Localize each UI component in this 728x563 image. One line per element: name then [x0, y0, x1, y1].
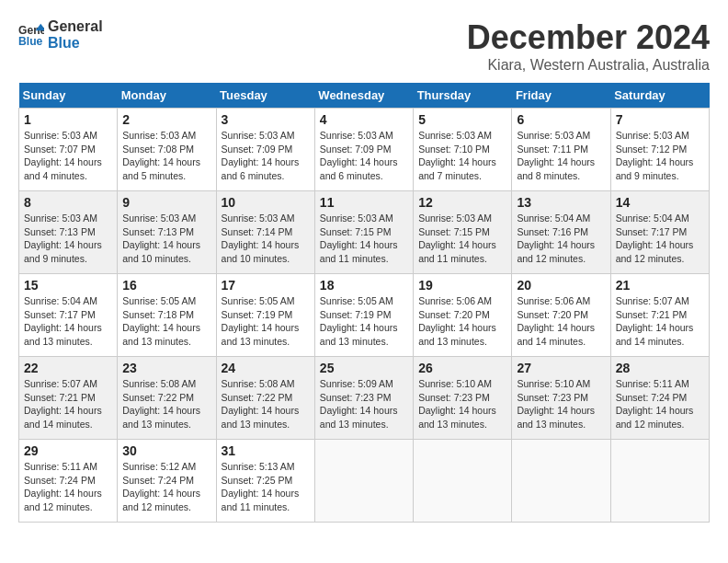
- weekday-header-saturday: Saturday: [610, 83, 709, 109]
- day-cell-26: 26 Sunrise: 5:10 AM Sunset: 7:23 PM Dayl…: [414, 357, 512, 440]
- day-info: Sunrise: 5:03 AM Sunset: 7:10 PM Dayligh…: [418, 129, 506, 183]
- day-number: 29: [24, 443, 112, 458]
- day-number: 31: [222, 443, 310, 458]
- day-cell-15: 15 Sunrise: 5:04 AM Sunset: 7:17 PM Dayl…: [19, 274, 118, 357]
- day-info: Sunrise: 5:03 AM Sunset: 7:13 PM Dayligh…: [122, 212, 210, 266]
- day-number: 20: [517, 278, 605, 293]
- page-header: General Blue General Blue December 2024 …: [18, 18, 710, 74]
- day-cell-20: 20 Sunrise: 5:06 AM Sunset: 7:20 PM Dayl…: [512, 274, 610, 357]
- day-number: 9: [122, 195, 210, 210]
- weekday-header-sunday: Sunday: [19, 83, 118, 109]
- day-cell-4: 4 Sunrise: 5:03 AM Sunset: 7:09 PM Dayli…: [314, 109, 413, 191]
- day-cell-12: 12 Sunrise: 5:03 AM Sunset: 7:15 PM Dayl…: [414, 191, 512, 274]
- day-cell-28: 28 Sunrise: 5:11 AM Sunset: 7:24 PM Dayl…: [610, 357, 709, 440]
- week-row-3: 15 Sunrise: 5:04 AM Sunset: 7:17 PM Dayl…: [19, 274, 710, 357]
- day-number: 7: [616, 112, 704, 127]
- day-cell-18: 18 Sunrise: 5:05 AM Sunset: 7:19 PM Dayl…: [314, 274, 413, 357]
- day-cell-25: 25 Sunrise: 5:09 AM Sunset: 7:23 PM Dayl…: [314, 357, 413, 440]
- day-info: Sunrise: 5:10 AM Sunset: 7:23 PM Dayligh…: [418, 377, 506, 431]
- day-cell-29: 29 Sunrise: 5:11 AM Sunset: 7:24 PM Dayl…: [19, 440, 118, 523]
- weekday-header-tuesday: Tuesday: [216, 83, 314, 109]
- svg-text:Blue: Blue: [18, 35, 43, 48]
- day-number: 5: [418, 112, 506, 127]
- day-number: 16: [122, 278, 210, 293]
- day-cell-7: 7 Sunrise: 5:03 AM Sunset: 7:12 PM Dayli…: [610, 109, 709, 191]
- day-cell-27: 27 Sunrise: 5:10 AM Sunset: 7:23 PM Dayl…: [512, 357, 610, 440]
- day-info: Sunrise: 5:07 AM Sunset: 7:21 PM Dayligh…: [24, 377, 112, 431]
- day-cell-3: 3 Sunrise: 5:03 AM Sunset: 7:09 PM Dayli…: [216, 109, 314, 191]
- day-info: Sunrise: 5:06 AM Sunset: 7:20 PM Dayligh…: [418, 294, 506, 349]
- logo: General Blue General Blue: [18, 18, 103, 51]
- empty-cell: [610, 440, 709, 523]
- week-row-5: 29 Sunrise: 5:11 AM Sunset: 7:24 PM Dayl…: [19, 440, 710, 523]
- weekday-header-row: SundayMondayTuesdayWednesdayThursdayFrid…: [19, 83, 710, 109]
- day-number: 13: [517, 195, 605, 210]
- day-info: Sunrise: 5:03 AM Sunset: 7:13 PM Dayligh…: [24, 212, 112, 266]
- day-number: 23: [122, 361, 210, 375]
- day-cell-23: 23 Sunrise: 5:08 AM Sunset: 7:22 PM Dayl…: [118, 357, 216, 440]
- day-number: 27: [517, 361, 605, 375]
- logo-general: General: [48, 18, 103, 35]
- day-number: 12: [418, 195, 506, 210]
- day-info: Sunrise: 5:04 AM Sunset: 7:17 PM Dayligh…: [616, 212, 704, 266]
- day-info: Sunrise: 5:03 AM Sunset: 7:11 PM Dayligh…: [517, 129, 605, 183]
- day-number: 17: [222, 278, 310, 293]
- day-cell-14: 14 Sunrise: 5:04 AM Sunset: 7:17 PM Dayl…: [610, 191, 709, 274]
- empty-cell: [414, 440, 512, 523]
- day-cell-5: 5 Sunrise: 5:03 AM Sunset: 7:10 PM Dayli…: [414, 109, 512, 191]
- day-number: 11: [320, 195, 408, 210]
- location-title: Kiara, Western Australia, Australia: [467, 57, 710, 74]
- day-info: Sunrise: 5:07 AM Sunset: 7:21 PM Dayligh…: [616, 294, 704, 349]
- day-cell-10: 10 Sunrise: 5:03 AM Sunset: 7:14 PM Dayl…: [216, 191, 314, 274]
- day-number: 4: [320, 112, 408, 127]
- day-number: 14: [616, 195, 704, 210]
- day-number: 24: [222, 361, 310, 375]
- empty-cell: [512, 440, 610, 523]
- day-cell-21: 21 Sunrise: 5:07 AM Sunset: 7:21 PM Dayl…: [610, 274, 709, 357]
- day-number: 10: [222, 195, 310, 210]
- day-info: Sunrise: 5:03 AM Sunset: 7:09 PM Dayligh…: [320, 129, 408, 183]
- day-number: 6: [517, 112, 605, 127]
- day-info: Sunrise: 5:03 AM Sunset: 7:12 PM Dayligh…: [616, 129, 704, 183]
- day-info: Sunrise: 5:08 AM Sunset: 7:22 PM Dayligh…: [222, 377, 310, 431]
- day-info: Sunrise: 5:05 AM Sunset: 7:19 PM Dayligh…: [222, 294, 310, 349]
- day-cell-19: 19 Sunrise: 5:06 AM Sunset: 7:20 PM Dayl…: [414, 274, 512, 357]
- day-info: Sunrise: 5:03 AM Sunset: 7:14 PM Dayligh…: [222, 212, 310, 266]
- day-number: 28: [616, 361, 704, 375]
- day-number: 2: [122, 112, 210, 127]
- weekday-header-wednesday: Wednesday: [314, 83, 413, 109]
- day-number: 26: [418, 361, 506, 375]
- day-info: Sunrise: 5:04 AM Sunset: 7:17 PM Dayligh…: [24, 294, 112, 349]
- day-cell-6: 6 Sunrise: 5:03 AM Sunset: 7:11 PM Dayli…: [512, 109, 610, 191]
- day-number: 3: [222, 112, 310, 127]
- day-number: 22: [24, 361, 112, 375]
- day-info: Sunrise: 5:03 AM Sunset: 7:15 PM Dayligh…: [418, 212, 506, 266]
- day-number: 21: [616, 278, 704, 293]
- week-row-4: 22 Sunrise: 5:07 AM Sunset: 7:21 PM Dayl…: [19, 357, 710, 440]
- day-info: Sunrise: 5:09 AM Sunset: 7:23 PM Dayligh…: [320, 377, 408, 431]
- day-info: Sunrise: 5:03 AM Sunset: 7:09 PM Dayligh…: [222, 129, 310, 183]
- day-cell-1: 1 Sunrise: 5:03 AM Sunset: 7:07 PM Dayli…: [19, 109, 118, 191]
- week-row-1: 1 Sunrise: 5:03 AM Sunset: 7:07 PM Dayli…: [19, 109, 710, 191]
- day-info: Sunrise: 5:03 AM Sunset: 7:07 PM Dayligh…: [24, 129, 112, 183]
- day-info: Sunrise: 5:06 AM Sunset: 7:20 PM Dayligh…: [517, 294, 605, 349]
- day-info: Sunrise: 5:03 AM Sunset: 7:15 PM Dayligh…: [320, 212, 408, 266]
- weekday-header-friday: Friday: [512, 83, 610, 109]
- day-info: Sunrise: 5:11 AM Sunset: 7:24 PM Dayligh…: [24, 460, 112, 514]
- weekday-header-thursday: Thursday: [414, 83, 512, 109]
- day-info: Sunrise: 5:03 AM Sunset: 7:08 PM Dayligh…: [122, 129, 210, 183]
- day-cell-2: 2 Sunrise: 5:03 AM Sunset: 7:08 PM Dayli…: [118, 109, 216, 191]
- logo-icon: General Blue: [18, 22, 44, 48]
- empty-cell: [314, 440, 413, 523]
- day-cell-13: 13 Sunrise: 5:04 AM Sunset: 7:16 PM Dayl…: [512, 191, 610, 274]
- day-cell-31: 31 Sunrise: 5:13 AM Sunset: 7:25 PM Dayl…: [216, 440, 314, 523]
- day-cell-24: 24 Sunrise: 5:08 AM Sunset: 7:22 PM Dayl…: [216, 357, 314, 440]
- day-number: 8: [24, 195, 112, 210]
- logo-blue: Blue: [48, 35, 103, 52]
- day-number: 15: [24, 278, 112, 293]
- week-row-2: 8 Sunrise: 5:03 AM Sunset: 7:13 PM Dayli…: [19, 191, 710, 274]
- day-cell-17: 17 Sunrise: 5:05 AM Sunset: 7:19 PM Dayl…: [216, 274, 314, 357]
- day-info: Sunrise: 5:04 AM Sunset: 7:16 PM Dayligh…: [517, 212, 605, 266]
- day-cell-9: 9 Sunrise: 5:03 AM Sunset: 7:13 PM Dayli…: [118, 191, 216, 274]
- day-cell-8: 8 Sunrise: 5:03 AM Sunset: 7:13 PM Dayli…: [19, 191, 118, 274]
